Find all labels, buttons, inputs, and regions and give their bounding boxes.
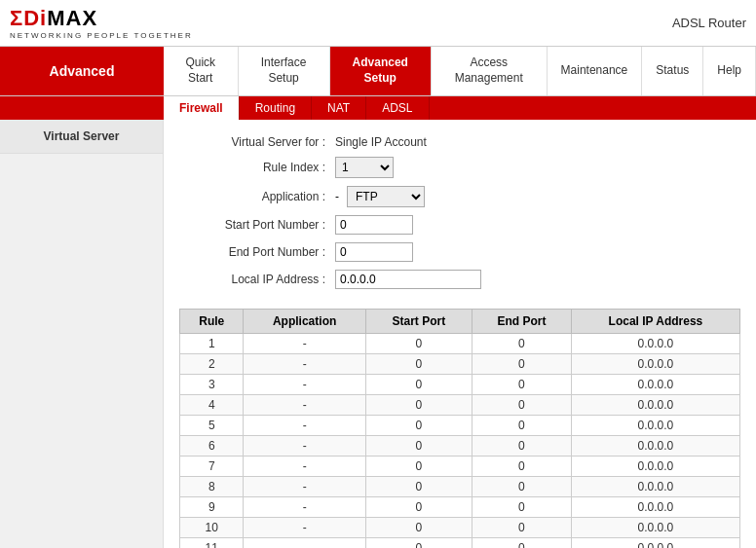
tab-interface-setup[interactable]: Interface Setup [239,47,330,95]
cell-rule: 5 [180,416,244,436]
sidebar-item-virtual-server[interactable]: Virtual Server [0,120,163,154]
rule-index-label: Rule Index : [179,161,335,174]
table-row[interactable]: 3 - 0 0 0.0.0.0 [180,375,740,395]
form-section: Virtual Server for : Single IP Account R… [179,135,740,289]
cell-end-port: 0 [472,354,571,375]
cell-application: - [244,354,365,375]
cell-start-port: 0 [365,538,472,549]
cell-rule: 10 [180,518,244,538]
cell-local-ip: 0.0.0.0 [571,395,739,416]
cell-start-port: 0 [365,395,472,416]
cell-application: - [244,477,365,497]
cell-local-ip: 0.0.0.0 [571,375,739,395]
cell-local-ip: 0.0.0.0 [571,538,739,549]
sub-tab-firewall[interactable]: Firewall [164,96,240,120]
cell-local-ip: 0.0.0.0 [571,354,739,375]
table-row[interactable]: 10 - 0 0 0.0.0.0 [180,518,740,538]
sidebar: Virtual Server [0,120,164,548]
tab-status[interactable]: Status [642,47,703,95]
cell-start-port: 0 [365,477,472,497]
tab-maintenance[interactable]: Maintenance [548,47,643,95]
cell-start-port: 0 [365,375,472,395]
local-ip-label: Local IP Address : [179,273,335,286]
cell-rule: 4 [180,395,244,416]
cell-application: - [244,457,365,477]
cell-start-port: 0 [365,354,472,375]
cell-end-port: 0 [472,457,571,477]
cell-local-ip: 0.0.0.0 [571,457,739,477]
cell-start-port: 0 [365,518,472,538]
tab-help[interactable]: Help [703,47,756,95]
end-port-input[interactable] [335,242,413,262]
application-dash: - [335,190,339,203]
table-row[interactable]: 4 - 0 0 0.0.0.0 [180,395,740,416]
form-row-start-port: Start Port Number : [179,215,740,235]
cell-end-port: 0 [472,497,571,518]
rule-index-select[interactable]: 12345 678910 111213 [335,157,394,178]
cell-end-port: 0 [472,375,571,395]
tab-access-management[interactable]: Access Management [432,47,548,95]
cell-end-port: 0 [472,518,571,538]
cell-end-port: 0 [472,395,571,416]
cell-rule: 8 [180,477,244,497]
application-label: Application : [179,190,335,203]
col-rule: Rule [180,310,244,334]
cell-end-port: 0 [472,334,571,354]
table-section: Rule Application Start Port End Port Loc… [179,309,740,548]
form-row-application: Application : - FTPHTTPHTTPSTelnetSMTPPO… [179,186,740,207]
form-row-vsfor: Virtual Server for : Single IP Account [179,135,740,149]
cell-end-port: 0 [472,416,571,436]
cell-rule: 1 [180,334,244,354]
cell-application: - [244,395,365,416]
cell-start-port: 0 [365,436,472,457]
virtual-server-for-value: Single IP Account [335,135,427,149]
cell-start-port: 0 [365,497,472,518]
table-row[interactable]: 2 - 0 0 0.0.0.0 [180,354,740,375]
cell-rule: 2 [180,354,244,375]
logo-text: ΣDiMAX [10,6,193,31]
start-port-label: Start Port Number : [179,218,335,232]
cell-local-ip: 0.0.0.0 [571,334,739,354]
cell-application: - [244,416,365,436]
logo: ΣDiMAX NETWORKING PEOPLE TOGETHER [10,6,193,40]
local-ip-input[interactable] [335,270,481,289]
nav-bar: Advanced Quick Start Interface Setup Adv… [0,47,756,96]
start-port-input[interactable] [335,215,413,235]
table-row[interactable]: 5 - 0 0 0.0.0.0 [180,416,740,436]
cell-start-port: 0 [365,334,472,354]
router-name: ADSL Router [672,16,746,30]
table-row[interactable]: 11 - 0 0 0.0.0.0 [180,538,740,549]
cell-local-ip: 0.0.0.0 [571,477,739,497]
col-local-ip: Local IP Address [571,310,739,334]
sub-nav: Firewall Routing NAT ADSL [0,96,756,120]
sub-tab-nat[interactable]: NAT [312,96,366,120]
sub-tab-adsl[interactable]: ADSL [366,96,429,120]
cell-application: - [244,497,365,518]
application-select[interactable]: FTPHTTPHTTPSTelnetSMTPPOP3 [347,186,425,207]
cell-rule: 3 [180,375,244,395]
tab-advanced-setup[interactable]: Advanced Setup [330,47,432,95]
end-port-label: End Port Number : [179,245,335,259]
virtual-server-for-label: Virtual Server for : [179,135,335,149]
cell-start-port: 0 [365,457,472,477]
col-end-port: End Port [472,310,571,334]
cell-local-ip: 0.0.0.0 [571,416,739,436]
nav-left-title: Advanced [0,47,164,95]
tab-quick-start[interactable]: Quick Start [164,47,239,95]
cell-application: - [244,518,365,538]
col-application: Application [244,310,365,334]
table-row[interactable]: 8 - 0 0 0.0.0.0 [180,477,740,497]
cell-start-port: 0 [365,416,472,436]
table-row[interactable]: 7 - 0 0 0.0.0.0 [180,457,740,477]
form-row-local-ip: Local IP Address : [179,270,740,289]
table-row[interactable]: 9 - 0 0 0.0.0.0 [180,497,740,518]
sub-tab-routing[interactable]: Routing [240,96,312,120]
cell-end-port: 0 [472,538,571,549]
form-row-rule-index: Rule Index : 12345 678910 111213 [179,157,740,178]
main-content: Virtual Server for : Single IP Account R… [164,120,756,548]
form-row-end-port: End Port Number : [179,242,740,262]
table-row[interactable]: 6 - 0 0 0.0.0.0 [180,436,740,457]
cell-rule: 11 [180,538,244,549]
table-row[interactable]: 1 - 0 0 0.0.0.0 [180,334,740,354]
cell-local-ip: 0.0.0.0 [571,436,739,457]
